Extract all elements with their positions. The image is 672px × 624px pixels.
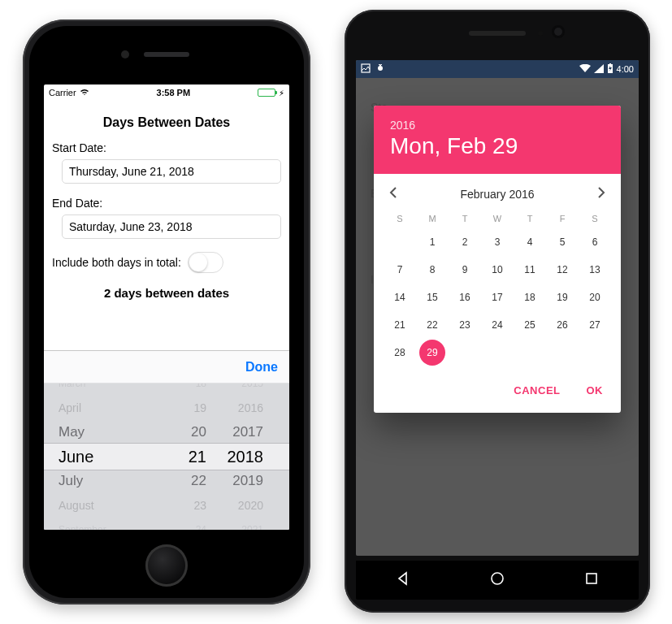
include-both-days-label: Include both days in total: xyxy=(52,256,181,269)
include-both-days-switch[interactable] xyxy=(188,252,223,273)
nav-recent-button[interactable] xyxy=(583,570,600,590)
picker-option[interactable]: 2019 xyxy=(215,469,263,493)
calendar-day[interactable]: 21 xyxy=(387,312,413,338)
picker-option[interactable]: May xyxy=(59,420,148,444)
picker-option[interactable]: April xyxy=(59,396,148,420)
date-picker-sheet: Done MarchAprilMayJuneJulyAugustSeptembe… xyxy=(44,350,289,530)
picker-option[interactable]: 2020 xyxy=(215,493,263,518)
dow-label: T xyxy=(514,209,546,228)
calendar-day[interactable]: 27 xyxy=(582,312,608,338)
date-picker-dialog: 2016 Mon, Feb 29 February 2016 SMTWTFS 1… xyxy=(374,106,621,413)
header-selected-date[interactable]: Mon, Feb 29 xyxy=(390,133,605,159)
picker-option[interactable]: 2017 xyxy=(215,420,263,444)
calendar-day[interactable]: 6 xyxy=(582,229,608,255)
year-wheel[interactable]: 2015201620172018201920202021 xyxy=(215,384,263,530)
home-button[interactable] xyxy=(145,544,188,587)
calendar-day[interactable]: 22 xyxy=(419,312,445,338)
notification-debug-icon xyxy=(375,63,385,75)
picker-option[interactable]: 24 xyxy=(166,518,206,530)
calendar-day[interactable]: 7 xyxy=(387,257,413,283)
header-year[interactable]: 2016 xyxy=(390,119,605,132)
picker-option[interactable]: 22 xyxy=(166,469,206,493)
date-picker-wheels[interactable]: MarchAprilMayJuneJulyAugustSeptember 181… xyxy=(44,384,289,530)
picker-option[interactable]: 21 xyxy=(166,444,206,469)
month-wheel[interactable]: MarchAprilMayJuneJulyAugustSeptember xyxy=(59,384,148,530)
picker-option[interactable]: 2018 xyxy=(215,444,263,469)
dow-label: S xyxy=(384,209,416,228)
prev-month-button[interactable] xyxy=(382,185,405,202)
next-month-button[interactable] xyxy=(590,185,613,202)
picker-option[interactable]: July xyxy=(59,469,148,493)
calendar-day[interactable]: 29 xyxy=(419,340,445,366)
calendar-day[interactable]: 24 xyxy=(484,312,510,338)
picker-toolbar: Done xyxy=(44,351,289,384)
calendar-day[interactable]: 1 xyxy=(419,229,445,255)
svg-rect-4 xyxy=(609,63,611,64)
dow-label: S xyxy=(579,209,611,228)
calendar-day[interactable]: 19 xyxy=(549,284,575,310)
result-label: 2 days between dates xyxy=(52,286,281,300)
cell-signal-icon xyxy=(594,64,604,75)
ios-status-bar: Carrier 3:58 PM ⚡︎ xyxy=(44,84,289,101)
calendar-day[interactable]: 11 xyxy=(517,257,543,283)
calendar-day[interactable]: 16 xyxy=(452,284,478,310)
status-time: 3:58 PM xyxy=(89,88,258,98)
picker-option[interactable]: August xyxy=(59,493,148,518)
calendar-day[interactable]: 13 xyxy=(582,257,608,283)
calendar-day[interactable]: 26 xyxy=(549,312,575,338)
android-speaker xyxy=(469,31,526,36)
calendar-day[interactable]: 3 xyxy=(484,229,510,255)
day-wheel[interactable]: 18192021222324 xyxy=(166,384,206,530)
android-front-camera xyxy=(554,28,562,36)
calendar-day[interactable]: 9 xyxy=(452,257,478,283)
picker-option[interactable]: 19 xyxy=(166,396,206,420)
picker-option[interactable]: 2021 xyxy=(215,518,263,530)
calendar-day[interactable]: 28 xyxy=(387,340,413,366)
calendar-day[interactable]: 8 xyxy=(419,257,445,283)
cancel-button[interactable]: CANCEL xyxy=(505,378,568,403)
picker-option[interactable]: 2015 xyxy=(215,384,263,396)
iphone-front-camera xyxy=(121,50,129,58)
charging-icon: ⚡︎ xyxy=(279,89,284,98)
calendar-day[interactable]: 2 xyxy=(452,229,478,255)
end-date-label: End Date: xyxy=(52,197,281,210)
calendar-day[interactable]: 25 xyxy=(517,312,543,338)
dow-label: T xyxy=(449,209,481,228)
notification-screenshot-icon xyxy=(361,63,371,75)
calendar-day[interactable]: 5 xyxy=(549,229,575,255)
calendar-day[interactable]: 23 xyxy=(452,312,478,338)
svg-rect-6 xyxy=(587,574,596,583)
nav-home-button[interactable] xyxy=(489,570,505,590)
calendar-day[interactable]: 20 xyxy=(582,284,608,310)
calendar-grid: SMTWTFS 12345678910111213141516171819202… xyxy=(374,206,621,373)
calendar-day[interactable]: 12 xyxy=(549,257,575,283)
svg-rect-0 xyxy=(362,64,370,72)
calendar-day[interactable]: 10 xyxy=(484,257,510,283)
picker-option[interactable]: March xyxy=(59,384,148,396)
page-title: Days Between Dates xyxy=(52,115,281,130)
calendar-day[interactable]: 15 xyxy=(419,284,445,310)
calendar-days: 1234567891011121314151617181920212223242… xyxy=(384,228,611,366)
calendar-day[interactable]: 18 xyxy=(517,284,543,310)
android-status-bar: 4:00 xyxy=(356,60,639,78)
picker-option[interactable]: 18 xyxy=(166,384,206,396)
picker-option[interactable]: 2016 xyxy=(215,396,263,420)
android-screen: 4:00 Sta End Incl 2016 Mon, Feb 29 xyxy=(356,60,639,556)
picker-option[interactable]: 23 xyxy=(166,493,206,518)
end-date-field[interactable]: Saturday, June 23, 2018 xyxy=(62,214,281,239)
iphone-screen: Carrier 3:58 PM ⚡︎ Days Between Dates St… xyxy=(44,84,289,530)
picker-option[interactable]: June xyxy=(59,444,148,469)
android-nav-bar xyxy=(356,561,639,600)
ok-button[interactable]: OK xyxy=(579,378,612,403)
calendar-day[interactable]: 4 xyxy=(517,229,543,255)
start-date-field[interactable]: Thursday, June 21, 2018 xyxy=(62,159,281,184)
calendar-day[interactable]: 14 xyxy=(387,284,413,310)
nav-back-button[interactable] xyxy=(395,570,411,590)
app-content: Days Between Dates Start Date: Thursday,… xyxy=(44,101,289,311)
done-button[interactable]: Done xyxy=(245,360,278,375)
start-date-label: Start Date: xyxy=(52,141,281,154)
picker-option[interactable]: 20 xyxy=(166,420,206,444)
calendar-day[interactable]: 17 xyxy=(484,284,510,310)
iphone-speaker xyxy=(144,52,189,57)
picker-option[interactable]: September xyxy=(59,518,148,530)
